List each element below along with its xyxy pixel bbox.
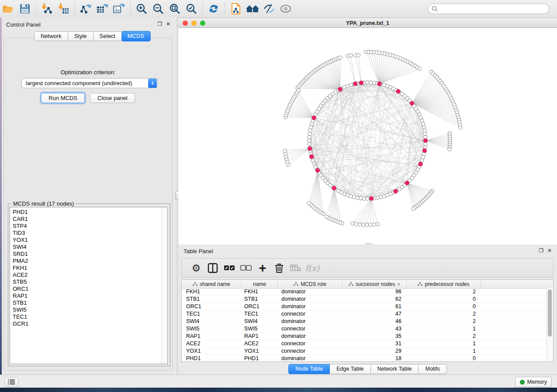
export-network-icon[interactable]: [79, 2, 93, 16]
hide-graphics-details-icon[interactable]: [262, 2, 277, 16]
table-cell: 96: [343, 288, 407, 295]
table-cell: FKH1: [182, 288, 242, 295]
mcds-result-item[interactable]: GCR1: [13, 320, 162, 327]
mcds-result-item[interactable]: CAR1: [13, 216, 162, 223]
mcds-result-item[interactable]: YOX1: [13, 237, 162, 244]
table-cell: TEC1: [242, 310, 278, 317]
network-window-title: YPA_prune.txt_1: [178, 20, 557, 26]
network-from-document-icon[interactable]: [228, 2, 243, 16]
table-cell: 1: [407, 340, 481, 347]
delete-column-icon[interactable]: [271, 260, 287, 276]
mcds-result-item[interactable]: TEC1: [13, 313, 162, 320]
search-input[interactable]: [440, 5, 549, 12]
mcds-result-item[interactable]: FKH1: [13, 265, 162, 272]
network-graph: [178, 28, 557, 244]
mcds-result-item[interactable]: STB5: [13, 279, 162, 285]
optimization-criterion-select[interactable]: largest connected component (undirected)…: [21, 78, 158, 88]
mcds-result-item[interactable]: TID3: [13, 230, 162, 237]
sort-desc-icon: ∨: [397, 282, 400, 286]
task-history-button[interactable]: [4, 377, 18, 387]
mcds-result-item[interactable]: STB1: [13, 299, 162, 306]
zoom-fit-icon[interactable]: [167, 2, 182, 16]
table-scrollbar[interactable]: [547, 288, 553, 361]
table-cell: 43: [343, 325, 407, 332]
export-image-icon[interactable]: [112, 2, 127, 16]
open-file-icon[interactable]: [1, 2, 16, 16]
mcds-result-item[interactable]: STP4: [13, 223, 162, 230]
column-header-shared-name[interactable]: shared name: [182, 280, 242, 288]
zoom-in-icon[interactable]: [134, 2, 149, 16]
tab-mcds[interactable]: MCDS: [121, 31, 151, 41]
add-column-icon[interactable]: +: [254, 260, 271, 276]
mcds-tab-content: Optimization criterion: largest connecte…: [3, 38, 173, 371]
table-row[interactable]: ACE2ACE2connector311: [182, 340, 547, 347]
tab-style[interactable]: Style: [68, 31, 93, 41]
refresh-icon[interactable]: [206, 2, 221, 16]
zoom-out-icon[interactable]: [151, 2, 166, 16]
deselect-all-columns-icon[interactable]: [238, 260, 254, 276]
mcds-result-item[interactable]: ORC1: [13, 285, 162, 292]
table-row[interactable]: SWI5SWI5connector431: [182, 325, 547, 333]
mcds-result-item[interactable]: PMA2: [13, 258, 162, 265]
run-mcds-button[interactable]: Run MCDS: [41, 93, 85, 103]
table-settings-icon[interactable]: ⚙: [188, 260, 204, 276]
table-row[interactable]: YOX1YOX1connector291: [182, 347, 547, 355]
toolbar-separator: [36, 2, 36, 15]
network-canvas[interactable]: [178, 28, 557, 244]
table-row[interactable]: SWI4SWI4dominator462: [182, 318, 547, 325]
table-row[interactable]: TEC1TEC1connector472: [182, 310, 547, 318]
task-list-icon: [8, 379, 15, 385]
show-columns-icon[interactable]: [204, 260, 221, 276]
table-cell: 0: [407, 303, 481, 310]
column-header-predecessor-nodes[interactable]: predecessor nodes: [407, 280, 481, 288]
tab-network-table[interactable]: Network Table: [371, 364, 419, 374]
float-table-panel-icon[interactable]: ❐: [539, 248, 543, 253]
mcds-result-item[interactable]: SWI4: [13, 244, 162, 251]
mcds-result-item[interactable]: SRD1: [13, 251, 162, 258]
search-icon: [432, 6, 438, 12]
table-row[interactable]: PHD1PHD1dominator180: [182, 355, 547, 362]
table-scrollbar-thumb[interactable]: [548, 289, 552, 337]
import-network-icon[interactable]: [40, 2, 55, 16]
search-box[interactable]: [428, 3, 549, 14]
save-session-icon[interactable]: [17, 2, 32, 16]
column-header-mcds-role[interactable]: MCDS role: [278, 280, 343, 288]
mcds-result-item[interactable]: SWI5: [13, 306, 162, 313]
tab-edge-table[interactable]: Edge Table: [330, 364, 370, 374]
close-panel-icon[interactable]: ✕: [166, 21, 170, 27]
select-all-columns-icon[interactable]: [221, 260, 238, 276]
import-table-icon[interactable]: [56, 2, 71, 16]
mcds-result-item[interactable]: PHD1: [13, 209, 162, 216]
mcds-list-scrollbar[interactable]: [161, 207, 167, 364]
mcds-result-item[interactable]: ACE2: [13, 272, 162, 279]
column-header-name[interactable]: name: [242, 280, 278, 288]
table-row[interactable]: STB1STB1dominator620: [182, 296, 547, 303]
memory-button[interactable]: Memory: [515, 377, 552, 387]
export-table-icon[interactable]: [95, 2, 110, 16]
function-builder-icon[interactable]: f(x): [304, 260, 321, 276]
tree-column-icon: [418, 282, 422, 286]
delete-table-icon[interactable]: [287, 260, 304, 276]
table-cell: SWI5: [182, 325, 242, 332]
home-icon[interactable]: [245, 2, 260, 16]
close-panel-button[interactable]: Close panel: [90, 93, 135, 103]
table-cell: 2: [407, 310, 481, 317]
tab-network[interactable]: Network: [34, 31, 68, 41]
show-graphics-details-icon[interactable]: [278, 2, 293, 16]
close-table-panel-icon[interactable]: ✕: [547, 248, 552, 253]
table-cell: 46: [343, 318, 407, 325]
dropdown-stepper-icon: ▲▼: [148, 79, 157, 88]
tab-select[interactable]: Select: [93, 31, 122, 41]
zoom-selected-icon[interactable]: [184, 2, 199, 16]
table-row[interactable]: ORC1ORC1dominator610: [182, 303, 547, 310]
table-row[interactable]: RAP1RAP1dominator352: [182, 333, 547, 340]
tab-motifs[interactable]: Motifs: [419, 364, 446, 374]
table-row[interactable]: FKH1FKH1dominator962: [182, 288, 547, 296]
float-panel-icon[interactable]: ❐: [157, 21, 162, 27]
table-cell: 18: [343, 355, 407, 362]
mcds-result-item[interactable]: RAP1: [13, 292, 162, 299]
table-panel: Table Panel ❐ ✕ ⚙ + f(x): [178, 244, 557, 375]
tab-node-table[interactable]: Node Table: [288, 364, 330, 374]
column-header-successor-nodes[interactable]: successor nodes ∨: [343, 280, 407, 288]
network-window-titlebar[interactable]: YPA_prune.txt_1: [178, 18, 557, 28]
